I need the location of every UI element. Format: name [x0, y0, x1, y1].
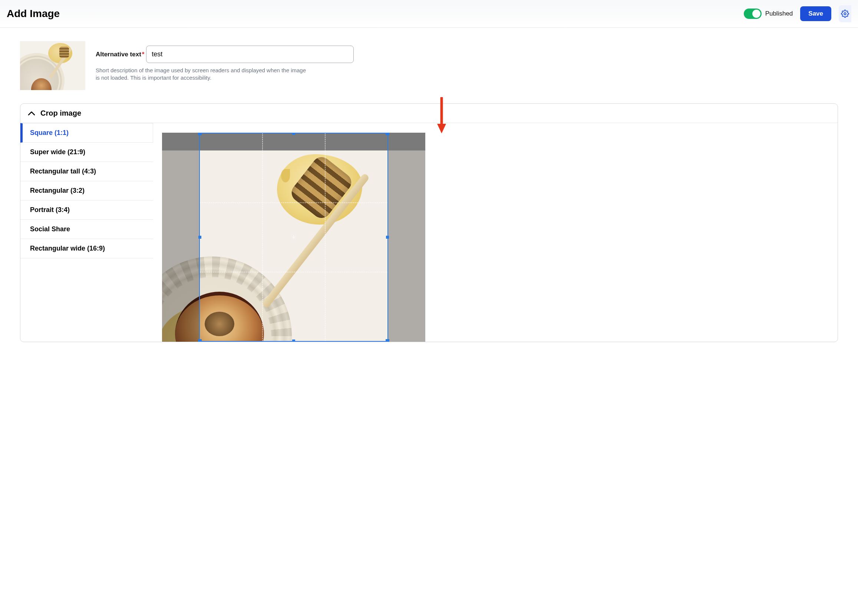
alt-text-help: Short description of the image used by s… [96, 67, 311, 82]
page-header: Add Image Published Save [0, 0, 858, 28]
crop-ratio-rect[interactable]: Rectangular (3:2) [20, 181, 153, 200]
crop-ratio-rect-tall[interactable]: Rectangular tall (4:3) [20, 162, 153, 181]
crop-panel-header[interactable]: Crop image [20, 104, 838, 123]
toggle-knob [752, 9, 760, 18]
crop-ratio-super-wide[interactable]: Super wide (21:9) [20, 143, 153, 162]
crop-panel-title: Crop image [40, 109, 81, 118]
image-thumbnail[interactable] [20, 41, 85, 90]
alt-text-label: Alternative text* [96, 51, 146, 58]
page-title: Add Image [7, 8, 60, 20]
crop-image-canvas[interactable] [162, 151, 425, 342]
publish-toggle[interactable] [744, 9, 762, 19]
save-button[interactable]: Save [800, 6, 831, 21]
publish-toggle-wrap: Published [744, 9, 793, 19]
required-asterisk: * [142, 51, 145, 58]
gear-icon [841, 9, 849, 18]
svg-marker-2 [437, 124, 446, 133]
chevron-up-icon [28, 111, 35, 116]
crop-ratio-portrait[interactable]: Portrait (3:4) [20, 200, 153, 220]
settings-button[interactable] [839, 5, 851, 22]
crop-ratio-social[interactable]: Social Share [20, 220, 153, 239]
alt-text-label-text: Alternative text [96, 51, 141, 58]
alt-text-input[interactable] [146, 46, 354, 63]
arrow-down-icon [437, 97, 447, 134]
publish-label: Published [765, 10, 793, 17]
svg-point-0 [844, 12, 846, 15]
crop-preview-stage[interactable]: + [162, 133, 425, 342]
annotation-arrow [437, 97, 447, 135]
crop-panel: Crop image Square (1:1) Super wide (21:9… [20, 103, 838, 342]
crop-ratio-list: Square (1:1) Super wide (21:9) Rectangul… [20, 123, 153, 342]
crop-ratio-square[interactable]: Square (1:1) [20, 123, 153, 143]
crop-ratio-rect-wide[interactable]: Rectangular wide (16:9) [20, 239, 153, 258]
header-actions: Published Save [744, 5, 851, 22]
